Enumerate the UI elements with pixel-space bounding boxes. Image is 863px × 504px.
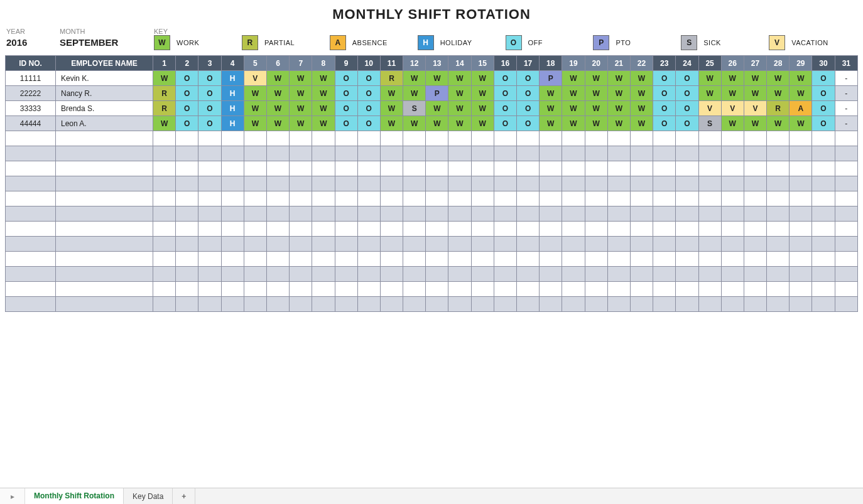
cell-day[interactable]: W	[790, 86, 812, 101]
cell-empty[interactable]	[471, 146, 494, 161]
cell-empty[interactable]	[676, 282, 698, 297]
col-header-day-18[interactable]: 18	[540, 56, 562, 71]
cell-empty[interactable]	[266, 191, 289, 206]
cell-empty[interactable]	[403, 282, 426, 297]
cell-empty[interactable]	[290, 146, 312, 161]
cell-day[interactable]: O	[812, 86, 835, 101]
cell-day[interactable]: O	[198, 86, 221, 101]
cell-empty[interactable]	[426, 222, 448, 237]
cell-empty[interactable]	[471, 206, 494, 222]
cell-empty[interactable]	[540, 297, 562, 312]
cell-empty[interactable]	[6, 176, 56, 191]
cell-empty[interactable]	[176, 297, 198, 312]
cell-empty[interactable]	[357, 206, 380, 222]
cell-empty[interactable]	[221, 297, 244, 312]
cell-empty[interactable]	[266, 146, 289, 161]
cell-empty[interactable]	[744, 282, 766, 297]
cell-empty[interactable]	[290, 252, 312, 267]
cell-empty[interactable]	[585, 252, 607, 267]
cell-day[interactable]: W	[290, 101, 312, 116]
cell-empty[interactable]	[426, 282, 448, 297]
cell-empty[interactable]	[380, 252, 403, 267]
cell-name[interactable]: Leon A.	[56, 116, 153, 131]
cell-empty[interactable]	[562, 161, 585, 176]
cell-day[interactable]: O	[676, 86, 698, 101]
cell-empty[interactable]	[721, 146, 744, 161]
cell-day[interactable]: O	[517, 86, 540, 101]
cell-empty[interactable]	[494, 252, 516, 267]
cell-empty[interactable]	[56, 252, 153, 267]
cell-empty[interactable]	[448, 176, 471, 191]
cell-empty[interactable]	[312, 252, 335, 267]
cell-day[interactable]: W	[403, 71, 426, 86]
cell-empty[interactable]	[176, 161, 198, 176]
cell-empty[interactable]	[357, 222, 380, 237]
cell-day[interactable]: W	[266, 86, 289, 101]
col-header-day-8[interactable]: 8	[312, 56, 335, 71]
cell-empty[interactable]	[6, 131, 56, 146]
cell-day[interactable]: O	[335, 116, 357, 131]
cell-empty[interactable]	[312, 206, 335, 222]
col-header-day-6[interactable]: 6	[266, 56, 289, 71]
cell-empty[interactable]	[835, 146, 857, 161]
cell-empty[interactable]	[357, 267, 380, 282]
cell-empty[interactable]	[653, 297, 676, 312]
cell-empty[interactable]	[698, 146, 721, 161]
cell-day[interactable]: W	[721, 116, 744, 131]
cell-empty[interactable]	[312, 222, 335, 237]
cell-empty[interactable]	[517, 297, 540, 312]
cell-empty[interactable]	[290, 131, 312, 146]
cell-empty[interactable]	[562, 191, 585, 206]
cell-empty[interactable]	[6, 146, 56, 161]
cell-day[interactable]: O	[494, 86, 516, 101]
cell-empty[interactable]	[380, 146, 403, 161]
cell-empty[interactable]	[221, 146, 244, 161]
cell-empty[interactable]	[448, 252, 471, 267]
cell-empty[interactable]	[767, 237, 790, 252]
cell-empty[interactable]	[812, 252, 835, 267]
cell-empty[interactable]	[585, 237, 607, 252]
cell-empty[interactable]	[630, 297, 653, 312]
cell-empty[interactable]	[585, 176, 607, 191]
cell-empty[interactable]	[698, 206, 721, 222]
cell-empty[interactable]	[221, 237, 244, 252]
cell-empty[interactable]	[812, 206, 835, 222]
cell-empty[interactable]	[835, 131, 857, 146]
cell-empty[interactable]	[312, 131, 335, 146]
cell-day[interactable]: W	[448, 116, 471, 131]
cell-empty[interactable]	[812, 297, 835, 312]
cell-empty[interactable]	[153, 267, 176, 282]
cell-empty[interactable]	[835, 191, 857, 206]
cell-day[interactable]: W	[562, 101, 585, 116]
cell-empty[interactable]	[244, 191, 266, 206]
cell-empty[interactable]	[198, 282, 221, 297]
cell-day[interactable]: W	[630, 116, 653, 131]
col-header-name[interactable]: EMPLOYEE NAME	[56, 56, 153, 71]
cell-day[interactable]: O	[517, 101, 540, 116]
cell-day[interactable]: W	[562, 86, 585, 101]
cell-day[interactable]: W	[767, 71, 790, 86]
cell-day[interactable]: W	[630, 86, 653, 101]
cell-empty[interactable]	[744, 131, 766, 146]
cell-empty[interactable]	[812, 146, 835, 161]
cell-empty[interactable]	[448, 282, 471, 297]
cell-empty[interactable]	[767, 267, 790, 282]
cell-day[interactable]: O	[653, 116, 676, 131]
col-header-day-27[interactable]: 27	[744, 56, 766, 71]
cell-empty[interactable]	[812, 191, 835, 206]
cell-day[interactable]: S	[698, 116, 721, 131]
cell-empty[interactable]	[767, 161, 790, 176]
cell-empty[interactable]	[403, 222, 426, 237]
cell-empty[interactable]	[198, 206, 221, 222]
cell-empty[interactable]	[812, 237, 835, 252]
cell-day[interactable]: O	[357, 86, 380, 101]
col-header-day-14[interactable]: 14	[448, 56, 471, 71]
cell-day[interactable]: W	[471, 116, 494, 131]
cell-day[interactable]: W	[790, 116, 812, 131]
cell-empty[interactable]	[312, 191, 335, 206]
cell-empty[interactable]	[266, 131, 289, 146]
cell-empty[interactable]	[56, 131, 153, 146]
cell-empty[interactable]	[357, 191, 380, 206]
cell-day[interactable]: O	[176, 86, 198, 101]
cell-empty[interactable]	[403, 176, 426, 191]
